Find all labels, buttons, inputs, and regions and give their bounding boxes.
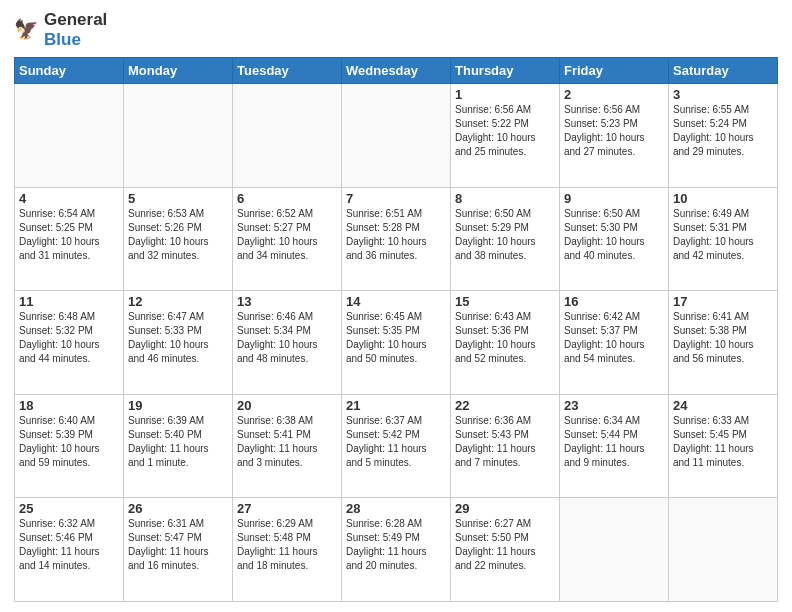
day-number: 27 (237, 501, 337, 516)
day-number: 28 (346, 501, 446, 516)
day-number: 5 (128, 191, 228, 206)
day-info: Sunrise: 6:31 AM Sunset: 5:47 PM Dayligh… (128, 517, 228, 573)
calendar-cell: 26Sunrise: 6:31 AM Sunset: 5:47 PM Dayli… (124, 498, 233, 602)
calendar-cell: 2Sunrise: 6:56 AM Sunset: 5:23 PM Daylig… (560, 84, 669, 188)
day-info: Sunrise: 6:51 AM Sunset: 5:28 PM Dayligh… (346, 207, 446, 263)
day-info: Sunrise: 6:33 AM Sunset: 5:45 PM Dayligh… (673, 414, 773, 470)
day-number: 26 (128, 501, 228, 516)
calendar-cell: 1Sunrise: 6:56 AM Sunset: 5:22 PM Daylig… (451, 84, 560, 188)
day-number: 25 (19, 501, 119, 516)
day-info: Sunrise: 6:53 AM Sunset: 5:26 PM Dayligh… (128, 207, 228, 263)
calendar-header-tuesday: Tuesday (233, 58, 342, 84)
calendar-cell: 16Sunrise: 6:42 AM Sunset: 5:37 PM Dayli… (560, 291, 669, 395)
day-number: 11 (19, 294, 119, 309)
day-number: 16 (564, 294, 664, 309)
page: 🦅 General Blue SundayMondayTuesdayWednes… (0, 0, 792, 612)
day-number: 14 (346, 294, 446, 309)
day-info: Sunrise: 6:55 AM Sunset: 5:24 PM Dayligh… (673, 103, 773, 159)
logo: 🦅 General Blue (14, 10, 107, 49)
calendar-cell: 24Sunrise: 6:33 AM Sunset: 5:45 PM Dayli… (669, 394, 778, 498)
day-number: 23 (564, 398, 664, 413)
calendar-cell: 7Sunrise: 6:51 AM Sunset: 5:28 PM Daylig… (342, 187, 451, 291)
calendar-cell: 12Sunrise: 6:47 AM Sunset: 5:33 PM Dayli… (124, 291, 233, 395)
day-number: 3 (673, 87, 773, 102)
calendar-cell: 3Sunrise: 6:55 AM Sunset: 5:24 PM Daylig… (669, 84, 778, 188)
day-info: Sunrise: 6:49 AM Sunset: 5:31 PM Dayligh… (673, 207, 773, 263)
day-number: 29 (455, 501, 555, 516)
day-number: 17 (673, 294, 773, 309)
day-number: 15 (455, 294, 555, 309)
day-number: 8 (455, 191, 555, 206)
calendar-cell: 25Sunrise: 6:32 AM Sunset: 5:46 PM Dayli… (15, 498, 124, 602)
day-info: Sunrise: 6:56 AM Sunset: 5:23 PM Dayligh… (564, 103, 664, 159)
day-info: Sunrise: 6:54 AM Sunset: 5:25 PM Dayligh… (19, 207, 119, 263)
calendar-cell: 27Sunrise: 6:29 AM Sunset: 5:48 PM Dayli… (233, 498, 342, 602)
calendar-table: SundayMondayTuesdayWednesdayThursdayFrid… (14, 57, 778, 602)
day-info: Sunrise: 6:29 AM Sunset: 5:48 PM Dayligh… (237, 517, 337, 573)
day-number: 13 (237, 294, 337, 309)
day-info: Sunrise: 6:46 AM Sunset: 5:34 PM Dayligh… (237, 310, 337, 366)
calendar-cell: 10Sunrise: 6:49 AM Sunset: 5:31 PM Dayli… (669, 187, 778, 291)
day-number: 19 (128, 398, 228, 413)
day-info: Sunrise: 6:48 AM Sunset: 5:32 PM Dayligh… (19, 310, 119, 366)
calendar-cell (233, 84, 342, 188)
day-number: 10 (673, 191, 773, 206)
calendar-cell: 29Sunrise: 6:27 AM Sunset: 5:50 PM Dayli… (451, 498, 560, 602)
calendar-cell: 6Sunrise: 6:52 AM Sunset: 5:27 PM Daylig… (233, 187, 342, 291)
calendar-cell: 11Sunrise: 6:48 AM Sunset: 5:32 PM Dayli… (15, 291, 124, 395)
calendar-week-3: 11Sunrise: 6:48 AM Sunset: 5:32 PM Dayli… (15, 291, 778, 395)
logo-text: General Blue (44, 10, 107, 49)
calendar-header-saturday: Saturday (669, 58, 778, 84)
calendar-cell: 4Sunrise: 6:54 AM Sunset: 5:25 PM Daylig… (15, 187, 124, 291)
calendar-cell: 14Sunrise: 6:45 AM Sunset: 5:35 PM Dayli… (342, 291, 451, 395)
day-info: Sunrise: 6:34 AM Sunset: 5:44 PM Dayligh… (564, 414, 664, 470)
calendar-cell: 22Sunrise: 6:36 AM Sunset: 5:43 PM Dayli… (451, 394, 560, 498)
day-info: Sunrise: 6:43 AM Sunset: 5:36 PM Dayligh… (455, 310, 555, 366)
calendar-week-5: 25Sunrise: 6:32 AM Sunset: 5:46 PM Dayli… (15, 498, 778, 602)
day-info: Sunrise: 6:37 AM Sunset: 5:42 PM Dayligh… (346, 414, 446, 470)
calendar-cell: 15Sunrise: 6:43 AM Sunset: 5:36 PM Dayli… (451, 291, 560, 395)
day-info: Sunrise: 6:32 AM Sunset: 5:46 PM Dayligh… (19, 517, 119, 573)
calendar-week-2: 4Sunrise: 6:54 AM Sunset: 5:25 PM Daylig… (15, 187, 778, 291)
calendar-cell: 20Sunrise: 6:38 AM Sunset: 5:41 PM Dayli… (233, 394, 342, 498)
day-number: 1 (455, 87, 555, 102)
day-number: 21 (346, 398, 446, 413)
day-number: 12 (128, 294, 228, 309)
day-number: 24 (673, 398, 773, 413)
calendar-cell: 18Sunrise: 6:40 AM Sunset: 5:39 PM Dayli… (15, 394, 124, 498)
day-info: Sunrise: 6:36 AM Sunset: 5:43 PM Dayligh… (455, 414, 555, 470)
calendar-header-thursday: Thursday (451, 58, 560, 84)
calendar-cell (15, 84, 124, 188)
day-info: Sunrise: 6:41 AM Sunset: 5:38 PM Dayligh… (673, 310, 773, 366)
calendar-cell: 19Sunrise: 6:39 AM Sunset: 5:40 PM Dayli… (124, 394, 233, 498)
day-info: Sunrise: 6:56 AM Sunset: 5:22 PM Dayligh… (455, 103, 555, 159)
day-number: 20 (237, 398, 337, 413)
day-info: Sunrise: 6:45 AM Sunset: 5:35 PM Dayligh… (346, 310, 446, 366)
day-number: 6 (237, 191, 337, 206)
day-number: 4 (19, 191, 119, 206)
calendar-week-4: 18Sunrise: 6:40 AM Sunset: 5:39 PM Dayli… (15, 394, 778, 498)
calendar-cell: 5Sunrise: 6:53 AM Sunset: 5:26 PM Daylig… (124, 187, 233, 291)
day-info: Sunrise: 6:50 AM Sunset: 5:29 PM Dayligh… (455, 207, 555, 263)
day-info: Sunrise: 6:39 AM Sunset: 5:40 PM Dayligh… (128, 414, 228, 470)
calendar-cell: 21Sunrise: 6:37 AM Sunset: 5:42 PM Dayli… (342, 394, 451, 498)
day-info: Sunrise: 6:47 AM Sunset: 5:33 PM Dayligh… (128, 310, 228, 366)
day-info: Sunrise: 6:28 AM Sunset: 5:49 PM Dayligh… (346, 517, 446, 573)
day-number: 18 (19, 398, 119, 413)
calendar-cell: 13Sunrise: 6:46 AM Sunset: 5:34 PM Dayli… (233, 291, 342, 395)
calendar-cell: 9Sunrise: 6:50 AM Sunset: 5:30 PM Daylig… (560, 187, 669, 291)
calendar-header-wednesday: Wednesday (342, 58, 451, 84)
day-info: Sunrise: 6:40 AM Sunset: 5:39 PM Dayligh… (19, 414, 119, 470)
logo-icon: 🦅 (14, 16, 42, 44)
calendar-header-row: SundayMondayTuesdayWednesdayThursdayFrid… (15, 58, 778, 84)
calendar-week-1: 1Sunrise: 6:56 AM Sunset: 5:22 PM Daylig… (15, 84, 778, 188)
calendar-header-monday: Monday (124, 58, 233, 84)
day-number: 22 (455, 398, 555, 413)
calendar-cell: 17Sunrise: 6:41 AM Sunset: 5:38 PM Dayli… (669, 291, 778, 395)
svg-text:🦅: 🦅 (14, 16, 39, 40)
calendar-cell (342, 84, 451, 188)
calendar-cell (669, 498, 778, 602)
calendar-cell: 8Sunrise: 6:50 AM Sunset: 5:29 PM Daylig… (451, 187, 560, 291)
day-info: Sunrise: 6:50 AM Sunset: 5:30 PM Dayligh… (564, 207, 664, 263)
day-number: 2 (564, 87, 664, 102)
